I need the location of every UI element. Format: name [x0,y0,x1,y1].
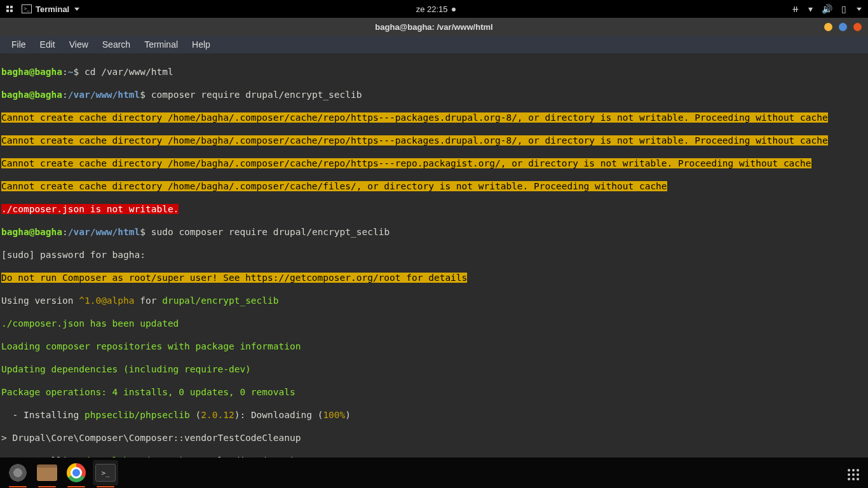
terminal-output[interactable]: bagha@bagha:~$ cd /var/www/html bagha@ba… [0,53,868,458]
window-titlebar[interactable]: bagha@bagha: /var/www/html [0,18,868,36]
menu-terminal[interactable]: Terminal [138,37,184,52]
prompt-line: bagha@bagha:~$ cd /var/www/html [1,66,867,78]
active-app-indicator[interactable]: Terminal [22,4,79,14]
dock-app-files[interactable] [34,460,60,485]
terminal-icon [22,4,32,13]
show-applications-icon[interactable] [848,469,859,480]
volume-icon[interactable]: 🔊 [822,4,832,14]
terminal-menubar: File Edit View Search Terminal Help [0,36,868,53]
status-line: Loading composer repositories with packa… [1,341,867,352]
gear-icon [8,463,28,483]
warning-line: Cannot create cache directory /home/bagh… [1,112,867,123]
chrome-icon [67,463,86,482]
menu-file[interactable]: File [5,37,32,52]
folder-icon [37,464,57,481]
dock [0,458,868,488]
chevron-down-icon [74,8,79,11]
desktop-topbar: Terminal ze 22:15 ⧺ ▾ 🔊 ▯ [0,0,868,18]
close-button[interactable] [853,23,862,31]
warning-line: Cannot create cache directory /home/bagh… [1,158,867,169]
prompt-line: bagha@bagha:/var/www/html$ sudo composer… [1,226,867,238]
wifi-icon[interactable]: ▾ [808,4,813,14]
status-line: ./composer.json has been updated [1,318,867,329]
menu-help[interactable]: Help [186,37,217,52]
active-app-label: Terminal [36,4,69,14]
clock-label[interactable]: ze 22:15 [416,4,448,14]
output-line: Using version ^1.0@alpha for drupal/encr… [1,295,867,306]
menu-view[interactable]: View [63,37,95,52]
activities-icon[interactable] [6,6,13,12]
minimize-button[interactable] [824,23,832,31]
status-line: Updating dependencies (including require… [1,363,867,375]
warning-line: Cannot create cache directory /home/bagh… [1,135,867,146]
prompt-line: bagha@bagha:/var/www/html$ composer requ… [1,89,867,100]
dock-app-terminal[interactable] [93,460,118,485]
output-line: [sudo] password for bagha: [1,249,867,261]
status-line: Package operations: 4 installs, 0 update… [1,386,867,398]
error-line: ./composer.json is not writable. [1,203,867,215]
window-title: bagha@bagha: /var/www/html [375,22,492,32]
terminal-icon [95,464,116,482]
output-line: > Drupal\Core\Composer\Composer::vendorT… [1,432,867,444]
bluetooth-icon[interactable]: ⧺ [792,4,799,14]
dock-app-settings[interactable] [5,460,31,485]
menu-search[interactable]: Search [96,37,137,52]
dock-app-chrome[interactable] [64,460,89,485]
notification-dot-icon [452,8,456,11]
menu-edit[interactable]: Edit [34,37,62,52]
battery-icon[interactable]: ▯ [841,4,846,14]
warning-line: Do not run Composer as root/super user! … [1,272,867,283]
system-menu-chevron-icon[interactable] [857,8,862,11]
install-line: - Installing phpseclib/phpseclib (2.0.12… [1,409,867,421]
maximize-button[interactable] [839,23,847,31]
warning-line: Cannot create cache directory /home/bagh… [1,180,867,192]
